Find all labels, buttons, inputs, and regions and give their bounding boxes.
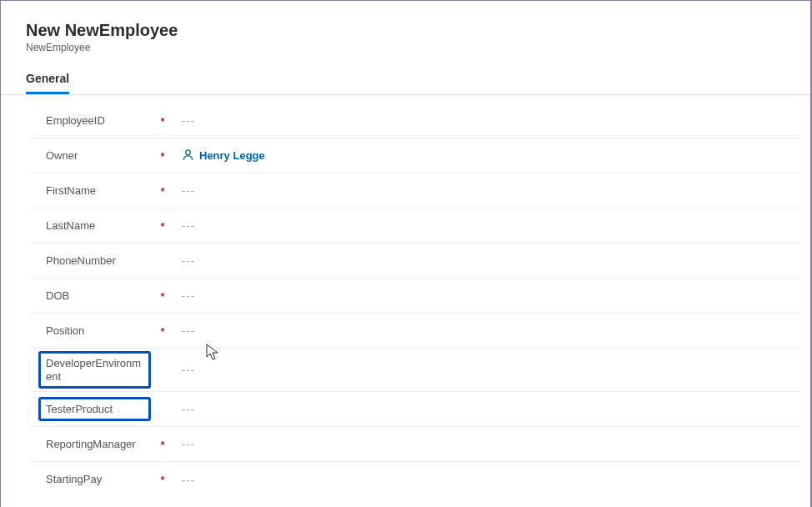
form-general: EmployeeID * --- Owner * Henry Legge Fir…: [1, 95, 810, 497]
required-mark: *: [150, 184, 175, 198]
placeholder-text: ---: [182, 364, 195, 376]
placeholder-text: ---: [182, 184, 195, 197]
field-row-position: Position * ---: [29, 314, 800, 349]
label-developerenvironment: DeveloperEnvironment: [39, 352, 150, 388]
field-row-developerenvironment: DeveloperEnvironment ---: [29, 349, 800, 392]
field-row-lastname: LastName * ---: [29, 208, 800, 243]
field-row-firstname: FirstName * ---: [29, 173, 800, 208]
placeholder-text: ---: [182, 114, 195, 127]
placeholder-text: ---: [182, 254, 195, 267]
field-row-testerproduct: TesterProduct ---: [29, 392, 800, 427]
placeholder-text: ---: [182, 438, 195, 450]
page-subtitle: NewEmployee: [26, 42, 810, 53]
label-testerproduct: TesterProduct: [39, 398, 150, 421]
label-dob: DOB: [29, 284, 150, 308]
required-mark: *: [150, 324, 175, 338]
required-mark: *: [150, 149, 175, 163]
required-mark: *: [150, 289, 175, 303]
required-mark: *: [150, 219, 175, 233]
input-firstname[interactable]: ---: [175, 179, 800, 202]
placeholder-text: ---: [182, 324, 195, 337]
label-employeeid: EmployeeID: [29, 109, 150, 133]
field-row-phonenumber: PhoneNumber ---: [29, 243, 800, 279]
required-blank: [150, 260, 175, 262]
label-reportingmanager: ReportingManager: [29, 433, 150, 456]
label-firstname: FirstName: [29, 179, 150, 203]
field-row-employeeid: EmployeeID * ---: [29, 103, 800, 138]
field-row-reportingmanager: ReportingManager * ---: [29, 427, 800, 462]
input-startingpay[interactable]: ---: [175, 469, 800, 491]
input-lastname[interactable]: ---: [175, 214, 800, 237]
page-title: New NewEmployee: [26, 21, 810, 40]
input-owner[interactable]: Henry Legge: [175, 143, 800, 168]
form-page: New NewEmployee NewEmployee General Empl…: [0, 0, 812, 507]
owner-lookup-value[interactable]: Henry Legge: [182, 148, 265, 163]
required-mark: *: [150, 438, 175, 451]
placeholder-text: ---: [182, 403, 195, 415]
required-blank: [150, 369, 175, 371]
input-phonenumber[interactable]: ---: [175, 249, 800, 272]
label-position: Position: [29, 319, 150, 343]
page-header: New NewEmployee NewEmployee: [1, 21, 810, 53]
label-phonenumber: PhoneNumber: [29, 249, 150, 273]
field-row-owner: Owner * Henry Legge: [29, 138, 800, 173]
placeholder-text: ---: [182, 219, 195, 232]
input-reportingmanager[interactable]: ---: [175, 433, 800, 455]
svg-point-0: [186, 149, 191, 154]
tab-strip: General: [1, 67, 810, 95]
label-lastname: LastName: [29, 214, 150, 238]
tab-general[interactable]: General: [26, 67, 69, 94]
person-icon: [182, 148, 194, 163]
required-mark: *: [150, 114, 175, 128]
required-blank: [150, 409, 175, 410]
placeholder-text: ---: [182, 474, 195, 486]
placeholder-text: ---: [182, 289, 195, 302]
label-owner: Owner: [29, 144, 150, 168]
input-position[interactable]: ---: [175, 319, 800, 342]
input-employeeid[interactable]: ---: [175, 109, 800, 132]
field-row-dob: DOB * ---: [29, 279, 800, 314]
input-dob[interactable]: ---: [175, 284, 800, 307]
label-startingpay: StartingPay: [29, 468, 150, 491]
required-mark: *: [150, 473, 175, 486]
field-row-startingpay: StartingPay * ---: [29, 462, 800, 497]
input-testerproduct[interactable]: ---: [175, 398, 800, 420]
input-developerenvironment[interactable]: ---: [175, 359, 800, 381]
owner-name: Henry Legge: [199, 149, 265, 162]
